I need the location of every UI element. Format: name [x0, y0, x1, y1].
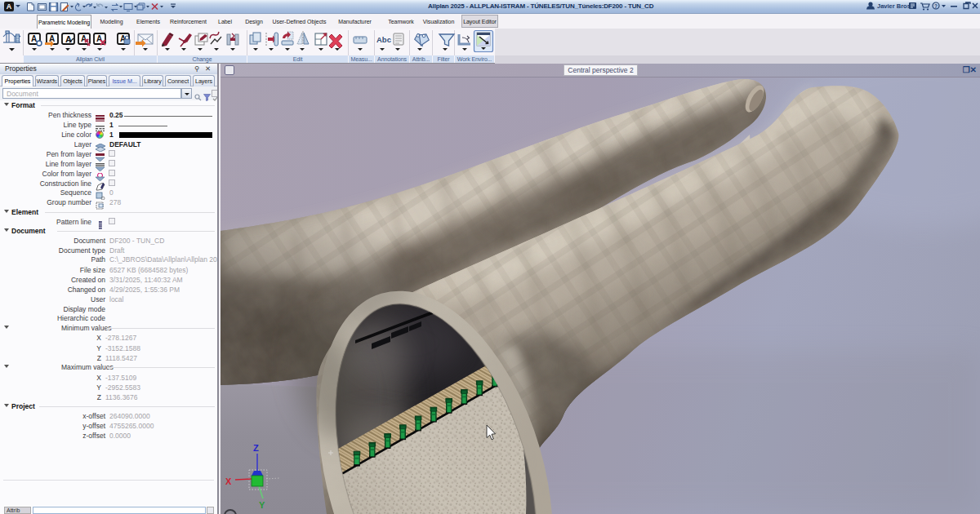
svg-text:Javier Bros: Javier Bros — [877, 2, 911, 10]
svg-text:Y: Y — [259, 500, 265, 510]
svg-text:X: X — [225, 476, 232, 486]
svg-text:A: A — [65, 34, 72, 44]
svg-text:A: A — [31, 34, 37, 43]
svg-text:Z: Z — [253, 443, 259, 453]
svg-text:?: ? — [934, 3, 938, 9]
svg-text:Abc: Abc — [376, 35, 391, 44]
